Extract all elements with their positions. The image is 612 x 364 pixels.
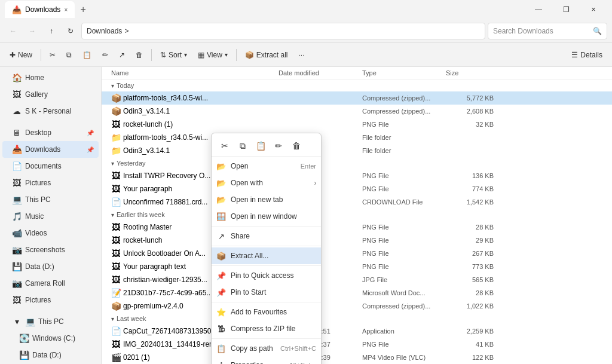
ctx-properties-label: Properties [231, 361, 264, 364]
search-box[interactable]: Search Downloads 🔍 [488, 23, 607, 39]
minimize-button[interactable]: — [525, 0, 552, 19]
ctx-open[interactable]: 📂 Open Enter [212, 158, 321, 175]
sidebar-item-documents[interactable]: 📄 Documents [2, 158, 99, 175]
ctx-copy-path[interactable]: 📋 Copy as path Ctrl+Shift+C [212, 340, 321, 357]
ctx-properties[interactable]: ℹ Properties Alt+Enter [212, 357, 321, 364]
share-button[interactable]: ↗ [114, 45, 130, 65]
refresh-button[interactable]: ↻ [62, 23, 79, 39]
ctx-pin-quick-access-label: Pin to Quick access [231, 271, 293, 280]
ctx-rename-button[interactable]: ✏ [270, 138, 287, 154]
ctx-open-shortcut: Enter [301, 163, 316, 170]
sidebar-item-data-d2[interactable]: 💾 Data (D:) [2, 347, 99, 363]
ctx-open-new-window[interactable]: 🪟 Open in new window [212, 208, 321, 225]
ctx-extract-all[interactable]: 📦 Extract All... [212, 247, 321, 264]
ctx-rename-icon: ✏ [275, 141, 282, 151]
pin-icon-downloads: 📌 [87, 146, 94, 153]
ctx-share[interactable]: ↗ Share [212, 228, 321, 244]
toolbar-separator-3 [236, 49, 237, 61]
restore-button[interactable]: ❐ [552, 0, 580, 19]
sidebar-label-data-d: Data (D:) [25, 262, 54, 271]
sidebar-item-desktop[interactable]: 🖥 Desktop 📌 [2, 124, 99, 141]
sidebar-item-music[interactable]: 🎵 Music [2, 208, 99, 225]
rename-button[interactable]: ✏ [97, 45, 113, 65]
ctx-open-new-tab[interactable]: 📂 Open in new tab [212, 191, 321, 208]
sidebar-item-thispc[interactable]: 💻 This PC [2, 191, 99, 208]
sidebar-item-screenshots[interactable]: 📷 Screenshots [2, 241, 99, 258]
ctx-add-favourites[interactable]: ⭐ Add to Favourites [212, 304, 321, 320]
sidebar-label-pictures: Pictures [25, 179, 51, 187]
pictures-icon: 🖼 [12, 178, 22, 188]
thispc-icon: 💻 [12, 195, 22, 204]
active-tab[interactable]: 📥 Downloads × [5, 1, 75, 18]
address-path[interactable]: Downloads > [81, 23, 485, 39]
details-button[interactable]: ☰ Details [567, 45, 607, 65]
ctx-open-with[interactable]: 📂 Open with › [212, 175, 321, 191]
sidebar-item-home[interactable]: 🏠 Home [2, 69, 99, 86]
sort-button[interactable]: ⇅ Sort ▾ [155, 45, 192, 65]
ctx-extract-icon: 📦 [216, 251, 226, 261]
sidebar-item-data-d[interactable]: 💾 Data (D:) [2, 258, 99, 275]
copy-icon: ⧉ [66, 51, 72, 59]
thispc2-icon: ▾ [12, 317, 22, 326]
tab-close-button[interactable]: × [64, 7, 68, 13]
forward-button[interactable]: → [24, 23, 41, 39]
ctx-delete-button[interactable]: 🗑 [288, 138, 305, 154]
sidebar-item-windows-c[interactable]: 💽 Windows (C:) [2, 330, 99, 347]
ctx-copy-icon: ⧉ [240, 141, 246, 151]
toolbar-separator-2 [151, 49, 152, 61]
more-button[interactable]: ··· [294, 45, 310, 65]
ctx-open-with-label: Open with [231, 179, 263, 187]
sidebar-item-downloads[interactable]: 📥 Downloads 📌 [2, 141, 99, 158]
extract-button[interactable]: 📦 Extract all [240, 45, 293, 65]
ctx-pin-quick-access[interactable]: 📌 Pin to Quick access [212, 267, 321, 284]
main-layout: 🏠 Home 🖼 Gallery ☁ S K - Personal 🖥 Desk… [0, 67, 612, 364]
ctx-extract-label: Extract All... [231, 252, 268, 260]
path-separator: > [124, 27, 128, 35]
downloads-icon: 📥 [12, 145, 22, 154]
ctx-cut-button[interactable]: ✂ [216, 138, 233, 154]
back-button[interactable]: ← [5, 23, 22, 39]
context-menu: ✂ ⧉ 📋 ✏ 🗑 📂 Open Enter 📂 Open with › [211, 133, 322, 364]
ctx-copy-button[interactable]: ⧉ [234, 138, 251, 154]
ctx-sep-4 [212, 302, 321, 302]
close-button[interactable]: × [580, 0, 607, 19]
ctx-open-icon: 📂 [216, 161, 226, 171]
details-icon: ☰ [571, 51, 578, 59]
sidebar-item-cloud[interactable]: ☁ S K - Personal [2, 103, 99, 120]
sidebar-item-pictures2[interactable]: 🖼 Pictures [2, 292, 99, 308]
sidebar-item-thispc2[interactable]: ▾ 💻 This PC [2, 313, 99, 330]
delete-button[interactable]: 🗑 [131, 45, 148, 65]
ctx-open-new-window-label: Open in new window [231, 212, 297, 221]
up-button[interactable]: ↑ [43, 23, 60, 39]
ctx-properties-shortcut: Alt+Enter [289, 362, 316, 364]
ctx-open-with-arrow: › [314, 180, 316, 186]
windows-c-icon: 💽 [19, 334, 29, 343]
new-button[interactable]: ✚ New [5, 45, 37, 65]
cut-icon: ✂ [50, 51, 56, 59]
ctx-paste-button[interactable]: 📋 [252, 138, 269, 154]
sidebar: 🏠 Home 🖼 Gallery ☁ S K - Personal 🖥 Desk… [0, 67, 102, 364]
sort-icon: ⇅ [160, 51, 166, 59]
documents-icon: 📄 [12, 161, 22, 171]
sidebar-label-windows-c: Windows (C:) [32, 334, 75, 342]
sidebar-item-camera-roll[interactable]: 📷 Camera Roll [2, 275, 99, 292]
ctx-compress-zip[interactable]: 🗜 Compress to ZIP file [212, 320, 321, 337]
ctx-favourites-icon: ⭐ [216, 307, 226, 317]
sidebar-label-pictures2: Pictures [25, 296, 51, 304]
paste-button[interactable]: 📋 [78, 45, 96, 65]
sidebar-label-gallery: Gallery [25, 90, 48, 99]
sidebar-item-videos[interactable]: 📹 Videos [2, 225, 99, 241]
new-tab-button[interactable]: + [75, 1, 91, 18]
search-placeholder: Search Downloads [493, 27, 553, 35]
cut-button[interactable]: ✂ [45, 45, 60, 65]
context-menu-overlay[interactable]: ✂ ⧉ 📋 ✏ 🗑 📂 Open Enter 📂 Open with › [102, 67, 612, 364]
ctx-copy-path-icon: 📋 [216, 344, 226, 353]
tab-folder-icon: 📥 [12, 5, 22, 14]
view-button[interactable]: ▦ View ▾ [193, 45, 232, 65]
sidebar-item-pictures[interactable]: 🖼 Pictures [2, 175, 99, 191]
desktop-icon: 🖥 [12, 128, 22, 137]
ctx-pin-start[interactable]: 📌 Pin to Start [212, 284, 321, 301]
ctx-copy-path-label: Copy as path [231, 344, 273, 353]
sidebar-item-gallery[interactable]: 🖼 Gallery [2, 86, 99, 103]
copy-button[interactable]: ⧉ [62, 45, 76, 65]
